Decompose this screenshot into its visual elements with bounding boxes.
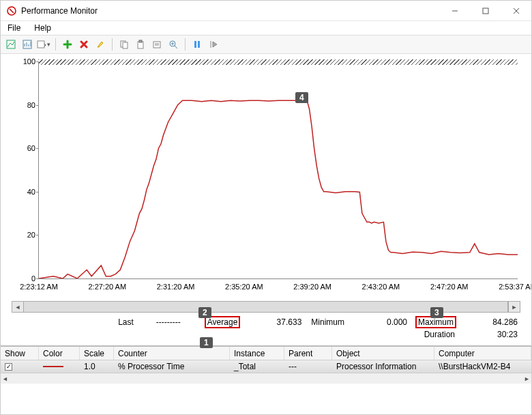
view-histogram-button[interactable] <box>20 37 35 52</box>
delete-counter-button[interactable] <box>76 37 91 52</box>
xtick-label: 2:23:12 AM <box>20 283 58 291</box>
svg-rect-4 <box>38 41 44 48</box>
xtick-label: 2:31:20 AM <box>157 283 195 291</box>
update-button[interactable] <box>206 37 221 52</box>
callout-4: 4 <box>295 92 308 103</box>
add-counter-button[interactable] <box>60 37 75 52</box>
minimum-label: Minimum <box>310 317 346 327</box>
ytick-label: 60 <box>15 144 35 152</box>
scale-value: 1.0 <box>80 362 114 371</box>
minimum-value: 0.000 <box>350 317 411 328</box>
callout-3: 3 <box>430 307 443 318</box>
table-scroll-right[interactable]: ► <box>524 375 530 382</box>
duration-value: 30:23 <box>460 329 522 340</box>
svg-rect-2 <box>7 40 15 48</box>
scroll-left-button[interactable]: ◄ <box>12 302 24 312</box>
xtick-label: 2:43:20 AM <box>362 283 400 291</box>
last-value: --------- <box>139 317 201 328</box>
chart-plot[interactable]: 0204060801002:23:12 AM2:27:20 AM2:31:20 … <box>38 61 518 279</box>
close-button[interactable] <box>501 1 531 21</box>
color-swatch <box>39 366 80 367</box>
instance-value: _Total <box>230 362 284 371</box>
counter-name: % Processor Time <box>114 362 230 371</box>
computer-value: \\BurstHackVM2-B4 <box>434 362 531 371</box>
time-range-scrollbar[interactable]: ◄ ► <box>12 301 520 313</box>
highlight-button[interactable] <box>93 37 108 52</box>
paste-button[interactable] <box>133 37 148 52</box>
xtick-label: 2:39:20 AM <box>293 283 331 291</box>
maximize-button[interactable] <box>470 1 501 21</box>
ytick-label: 20 <box>15 231 35 239</box>
xtick-label: 2:47:20 AM <box>430 283 469 291</box>
chart-area: 4 0204060801002:23:12 AM2:27:20 AM2:31:2… <box>1 54 531 300</box>
svg-rect-11 <box>194 41 196 48</box>
titlebar: Performance Monitor <box>1 1 531 21</box>
counter-table: 1 Show Color Scale Counter Instance Pare… <box>1 345 531 384</box>
ytick-label: 40 <box>15 188 35 196</box>
th-parent[interactable]: Parent <box>284 347 332 360</box>
stats-panel: 2 3 Last --------- Average 37.633 Minimu… <box>10 317 522 340</box>
ytick-label: 80 <box>15 101 35 109</box>
th-show[interactable]: Show <box>1 347 39 360</box>
duration-label: Duration <box>423 330 456 339</box>
window-title: Performance Monitor <box>21 6 98 16</box>
properties-button[interactable] <box>149 37 164 52</box>
menu-file[interactable]: File <box>5 23 23 33</box>
svg-rect-6 <box>123 42 128 48</box>
xtick-label: 2:27:20 AM <box>88 283 126 291</box>
minimize-button[interactable] <box>439 1 470 21</box>
xtick-label: 2:53:37 AM <box>499 283 532 291</box>
last-label: Last <box>117 317 135 327</box>
th-color[interactable]: Color <box>39 347 80 360</box>
average-value: 37.633 <box>244 317 306 328</box>
zoom-button[interactable] <box>166 37 181 52</box>
xtick-label: 2:35:20 AM <box>225 283 263 291</box>
menubar: File Help <box>1 21 531 35</box>
parent-value: --- <box>284 362 332 371</box>
th-instance[interactable]: Instance <box>230 347 284 360</box>
ytick-label: 0 <box>15 274 35 283</box>
table-scroll-left[interactable]: ◄ <box>2 375 8 382</box>
th-scale[interactable]: Scale <box>80 347 114 360</box>
table-row[interactable]: ✓ 1.0 % Processor Time _Total --- Proces… <box>1 360 531 373</box>
view-graph-button[interactable] <box>3 37 18 52</box>
view-report-dropdown[interactable]: ▾ <box>36 37 51 52</box>
th-computer[interactable]: Computer <box>434 347 531 360</box>
toolbar: ▾ <box>1 35 531 54</box>
maximum-value: 84.286 <box>460 317 522 328</box>
app-icon <box>6 5 17 16</box>
freeze-button[interactable] <box>190 37 205 52</box>
svg-rect-1 <box>483 8 488 14</box>
table-header: Show Color Scale Counter Instance Parent… <box>1 347 531 360</box>
copy-button[interactable] <box>117 37 132 52</box>
scroll-right-button[interactable]: ► <box>508 302 520 312</box>
callout-2: 2 <box>198 307 211 318</box>
menu-help[interactable]: Help <box>31 23 54 33</box>
show-checkbox[interactable]: ✓ <box>1 363 39 371</box>
object-value: Processor Information <box>332 362 434 371</box>
svg-rect-8 <box>139 40 142 42</box>
th-object[interactable]: Object <box>332 347 434 360</box>
ytick-label: 100 <box>15 57 35 66</box>
table-scrollbar[interactable]: ◄ ► <box>1 373 531 384</box>
svg-rect-12 <box>198 41 200 48</box>
th-counter[interactable]: Counter <box>114 347 230 360</box>
callout-1: 1 <box>200 337 213 348</box>
